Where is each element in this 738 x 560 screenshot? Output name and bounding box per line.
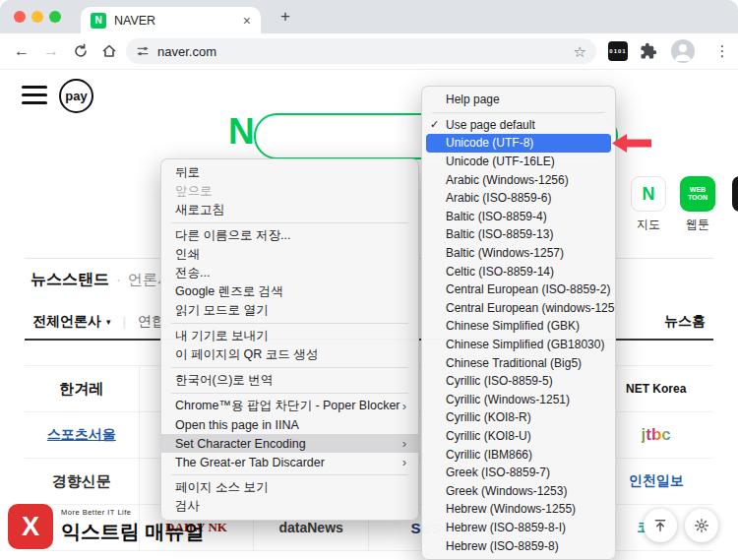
browser-toolbar: ← → naver.com [0, 33, 738, 70]
extensions-puzzle-icon[interactable] [640, 42, 657, 60]
menu-item-print[interactable]: 인쇄 [161, 245, 418, 264]
menu-item-encoding-option[interactable]: Celtic (ISO-8859-14) [422, 262, 615, 280]
menu-item-encoding-option[interactable]: Greek (ISO-8859-7) [422, 464, 615, 482]
menu-item-encoding-option[interactable]: Cyrillic (KOI8-U) [422, 427, 615, 446]
naver-favicon-icon: N [91, 13, 106, 29]
menu-item-encoding-option[interactable]: Cyrillic (IBM866) [422, 445, 615, 464]
menu-separator [432, 112, 605, 113]
menu-item-forward: 앞으로 [161, 182, 418, 201]
tab-divider: | [123, 314, 126, 329]
menu-item-encoding-option[interactable]: Cyrillic (Windows-1251) [422, 391, 615, 409]
reload-icon[interactable] [71, 41, 91, 61]
menu-item-encoding-option[interactable]: Arabic (Windows-1256) [422, 170, 615, 189]
webtoon-icon: WEB TOON [680, 176, 715, 212]
forward-icon: → [41, 41, 61, 61]
menu-item-back[interactable]: 뒤로 [161, 163, 418, 182]
menu-item-encoding-option[interactable]: Hebrew (ISO-8859-8) [422, 536, 615, 555]
menu-item-reading-mode[interactable]: 읽기 모드로 열기 [161, 301, 418, 320]
menu-separator [171, 222, 408, 223]
scroll-to-top-button[interactable] [644, 509, 677, 542]
menu-item-help-page[interactable]: Help page [422, 91, 615, 109]
gear-icon [694, 518, 709, 533]
chevron-down-icon: ▾ [106, 317, 111, 327]
check-icon [430, 118, 444, 131]
menu-item-open-in-iina[interactable]: Open this page in IINA [161, 415, 418, 434]
naver-pay-badge[interactable]: pay [59, 79, 93, 113]
tab-strip: N NAVER [0, 0, 738, 33]
context-menu: 뒤로 앞으로 새로고침 다른 이름으로 저장... 인쇄 [160, 158, 419, 521]
menu-item-tab-discarder[interactable]: er The Great-er Tab Discarder [161, 453, 418, 471]
menu-item-encoding-option[interactable]: Hebrew (ISO-8859-8-I) [422, 519, 615, 537]
menu-item-encoding-option[interactable]: Chinese Simplified (GB18030) [422, 336, 615, 354]
new-tab-button[interactable] [277, 8, 294, 26]
profile-avatar[interactable] [671, 39, 695, 63]
menu-item-view-source[interactable]: 페이지 소스 보기 [161, 478, 418, 497]
press-logo-cell[interactable]: 스포츠서울 [25, 412, 140, 459]
submenu-arrow-icon [402, 436, 406, 451]
press-filter-dropdown[interactable]: 전체언론사 ▾ [32, 313, 111, 331]
settings-button[interactable] [685, 509, 718, 542]
browser-tab[interactable]: N NAVER [81, 7, 261, 33]
menu-item-encoding-option[interactable]: Chinese Simplified (GBK) [422, 317, 615, 336]
menu-item-encoding-option[interactable]: Cyrillic (KOI8-R) [422, 408, 615, 427]
character-encoding-extension-icon[interactable] [608, 41, 628, 61]
browser-menu-icon[interactable] [714, 41, 730, 61]
menu-item-set-character-encoding[interactable]: 01 Set Character Encoding [161, 434, 418, 453]
menu-item-encoding-option[interactable]: Greek (Windows-1253) [422, 481, 615, 500]
menu-item-encoding-option[interactable]: Central European (windows-1250) [422, 299, 615, 318]
naver-logo: N [228, 113, 255, 150]
menu-item-unicode-utf8[interactable]: Unicode (UTF-8) [426, 134, 611, 153]
map-icon: N [631, 176, 666, 212]
menu-item-encoding-option[interactable]: Baltic (Windows-1257) [422, 244, 615, 263]
tab-title: NAVER [114, 14, 155, 28]
address-bar[interactable]: naver.com [126, 38, 596, 64]
back-icon[interactable]: ← [12, 41, 31, 61]
menu-item-encoding-option[interactable]: Baltic (ISO-8859-13) [422, 225, 615, 244]
tab-news-home[interactable]: 뉴스홈 [664, 313, 706, 331]
menu-item-inspect[interactable]: 검사 [161, 497, 418, 516]
menu-item-save-as[interactable]: 다른 이름으로 저장... [161, 226, 418, 245]
menu-separator [171, 393, 408, 394]
menu-separator [171, 367, 408, 368]
menu-item-encoding-option[interactable]: Arabic (ISO-8859-6) [422, 189, 615, 208]
url-text: naver.com [157, 44, 216, 59]
menu-item-encoding-option[interactable]: Chinese Traditional (Big5) [422, 353, 615, 372]
menu-item-encoding-option[interactable]: Unicode (UTF-16LE) [422, 153, 615, 171]
menu-item-google-lens[interactable]: Google 렌즈로 검색 [161, 282, 418, 301]
menu-item-reload[interactable]: 새로고침 [161, 201, 418, 219]
annotation-arrow-icon [612, 134, 651, 153]
xtreme-manual-logo-icon: X [8, 504, 53, 549]
tab-close-icon[interactable] [243, 14, 251, 28]
browser-window: N NAVER ← → naver.com [0, 0, 738, 560]
newsstand-title[interactable]: 뉴스스탠드 [31, 270, 109, 290]
menu-item-poper-blocker[interactable]: Chrome™용 팝업 차단기 - Poper Blocker [161, 397, 418, 415]
submenu-arrow-icon [402, 399, 406, 413]
character-encoding-submenu: Help page Use page default Unicode (UTF-… [421, 86, 616, 560]
press-logo-cell[interactable]: 경향신문 [25, 459, 140, 505]
shortcut-map[interactable]: N 지도 [627, 176, 670, 233]
minimize-window-icon[interactable] [31, 11, 43, 23]
submenu-arrow-icon [402, 455, 406, 469]
close-window-icon[interactable] [14, 11, 26, 23]
menu-item-encoding-option[interactable]: Hebrew (Windows-1255) [422, 500, 615, 519]
arrow-up-icon [652, 518, 668, 533]
maximize-window-icon[interactable] [49, 11, 61, 23]
bookmark-star-icon[interactable] [574, 44, 586, 59]
shortcut-webtoon[interactable]: WEB TOON 웹툰 [676, 176, 719, 233]
hamburger-menu-icon[interactable] [22, 86, 47, 109]
site-settings-icon[interactable] [136, 44, 150, 58]
press-logo-cell[interactable]: 한겨레 [25, 366, 140, 412]
menu-item-encoding-option[interactable]: Cyrillic (ISO-8859-5) [422, 372, 615, 391]
menu-item-translate-korean[interactable]: 한국어(으)로 번역 [161, 371, 418, 390]
menu-item-send-to-devices[interactable]: 내 기기로 보내기 [161, 327, 418, 345]
partial-shortcut-icon [732, 176, 738, 212]
menu-item-encoding-option[interactable]: Central European (ISO-8859-2) [422, 280, 615, 299]
menu-separator [171, 474, 408, 475]
menu-item-encoding-option[interactable]: Baltic (ISO-8859-4) [422, 208, 615, 226]
menu-item-create-qr-code[interactable]: 이 페이지의 QR 코드 생성 [161, 345, 418, 364]
watermark-brand: 익스트림 매뉴얼 [61, 519, 205, 545]
home-icon[interactable] [99, 41, 119, 61]
menu-item-cast[interactable]: 전송... [161, 264, 418, 282]
menu-separator [171, 323, 408, 324]
menu-item-use-page-default[interactable]: Use page default [422, 116, 615, 135]
